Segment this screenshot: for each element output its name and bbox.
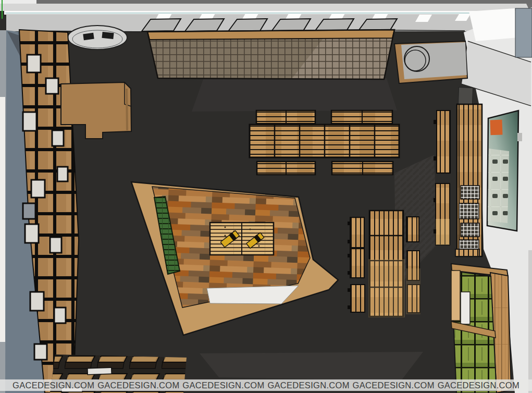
ceiling: [0, 0, 532, 32]
ceiling-dark-bar: [36, 0, 532, 4]
bench: [350, 217, 364, 248]
slat-piece: [455, 249, 479, 256]
scene-svg: [0, 0, 532, 393]
wall-poster: [487, 110, 522, 231]
poster-pictogram-grid: [488, 149, 509, 223]
hanging-grid-panel: [147, 30, 394, 79]
sunlight-overlay: [406, 268, 420, 314]
watermark-text: GACEDESIGN.COM: [182, 380, 264, 390]
shelf-cell-white: [23, 112, 36, 131]
slat-bench: [437, 110, 450, 173]
shelf-cell-white: [27, 55, 41, 72]
shelf-cell-white: [57, 167, 68, 181]
watermark-text: GACEDESIGN.COM: [267, 380, 349, 390]
bench: [406, 217, 419, 242]
right-wall-blue-strip: [515, 8, 532, 57]
wall-floor-edge-right: [394, 30, 465, 31]
shelf-cell-white: [25, 224, 39, 243]
shelf-cell-white: [30, 292, 44, 311]
watermark-text: GACEDESIGN.COM: [438, 380, 519, 390]
watermark-text: GACEDESIGN.COM: [13, 380, 94, 390]
shelf-cell-white: [31, 180, 45, 198]
watermark-text: GACEDESIGN.COM: [97, 380, 179, 390]
round-rug: [68, 26, 127, 50]
axis-line-green: [2, 0, 3, 19]
ceiling-glass-line: [5, 13, 526, 14]
sunlight-overlay: [368, 259, 405, 317]
green-unit-tan-column: [451, 271, 460, 321]
left-wall-white-sliver: [0, 97, 5, 342]
dark-block: [458, 88, 473, 105]
poster-orange-logo: [490, 120, 503, 136]
poster-mount-tab: [517, 133, 522, 141]
mesh-basket: [459, 203, 479, 219]
watermark-bar: GACEDESIGN.COM GACEDESIGN.COM GACEDESIGN…: [0, 379, 532, 391]
stool: [102, 32, 114, 39]
mesh-basket: [461, 186, 479, 199]
grid-panel-grid: [150, 38, 392, 79]
corner-counter: [394, 41, 467, 83]
rug-oval: [68, 26, 127, 50]
shelf-cell-white: [46, 78, 58, 94]
shelf-cell-white: [52, 130, 64, 146]
green-unit-white-cell: [461, 292, 470, 324]
floor-shadow-under-panel: [192, 78, 397, 112]
bench: [351, 285, 365, 312]
desk-side-shade: [127, 89, 127, 130]
mesh-basket: [461, 223, 479, 237]
table-group-b: [348, 211, 420, 317]
sunlight-overlay: [436, 219, 450, 245]
green-shelf-unit: [451, 249, 511, 393]
right-edge-shade: [528, 250, 532, 393]
ceiling-light-band: [0, 4, 532, 11]
floor-light-patch-bottom: [200, 352, 423, 380]
ceiling-white-corner: [0, 0, 36, 4]
watermark-text: GACEDESIGN.COM: [353, 380, 435, 390]
interior-render-canvas: GACEDESIGN.COM GACEDESIGN.COM GACEDESIGN…: [0, 0, 532, 393]
display-white-box: [88, 367, 112, 375]
shelf-cell-white: [50, 237, 61, 253]
bench: [350, 249, 364, 278]
right-wall-bright: [469, 8, 517, 41]
shelf-cell-white: [54, 308, 66, 323]
shelf-cell-white: [34, 344, 47, 360]
shelf-cell-gray: [23, 203, 35, 219]
